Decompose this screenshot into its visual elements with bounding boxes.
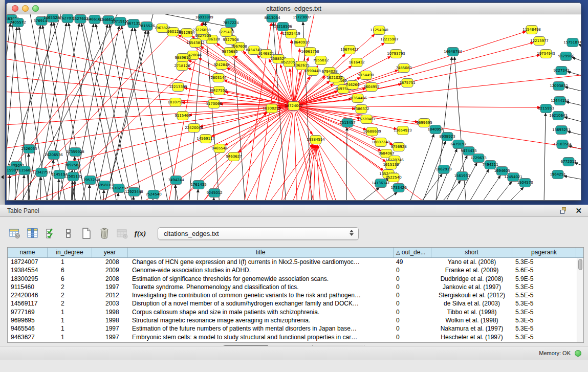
table-cell[interactable]: Nakamura et al. (1997) bbox=[431, 324, 512, 333]
table-mode-button[interactable] bbox=[61, 226, 76, 241]
table-cell[interactable]: 49 bbox=[394, 258, 431, 266]
graph-node[interactable]: 1761435 bbox=[190, 181, 206, 189]
table-cell[interactable]: 0 bbox=[394, 266, 431, 274]
table-cell[interactable]: 9465546 bbox=[8, 324, 48, 333]
graph-node[interactable]: 9115460 bbox=[175, 112, 190, 120]
graph-node[interactable]: 1990448 bbox=[304, 67, 320, 76]
table-row[interactable]: 2242004622012Investigating the contribut… bbox=[8, 291, 577, 299]
column-header-in_degree[interactable]: in_degree bbox=[48, 248, 92, 257]
graph-node[interactable]: 8938923 bbox=[439, 133, 455, 141]
close-panel-icon[interactable]: ✕ bbox=[575, 206, 582, 216]
table-cell[interactable]: 0 bbox=[394, 283, 431, 291]
graph-node[interactable]: 1616432 bbox=[349, 58, 364, 67]
table-cell[interactable]: 2012 bbox=[92, 291, 128, 299]
graph-node[interactable]: 6772011 bbox=[560, 158, 576, 166]
graph-node[interactable]: 9889610 bbox=[175, 54, 190, 62]
table-cell[interactable]: Genome-wide association studies in ADHD. bbox=[128, 266, 394, 274]
table-cell[interactable]: 19384554 bbox=[8, 266, 48, 274]
graph-node[interactable]: 1275413 bbox=[218, 28, 234, 37]
graph-node[interactable]: 9875685 bbox=[222, 48, 237, 56]
table-cell[interactable]: 22420046 bbox=[8, 291, 48, 299]
table-cell[interactable]: 1997 bbox=[92, 283, 128, 291]
graph-node[interactable]: 1810755 bbox=[167, 98, 183, 107]
graph-node[interactable]: 9327508 bbox=[223, 36, 238, 45]
table-cell[interactable]: Franke et al. (2009) bbox=[431, 266, 512, 274]
graph-node[interactable]: 1621022 bbox=[326, 74, 342, 82]
graph-node[interactable]: 9242848 bbox=[213, 61, 229, 70]
function-builder-button[interactable]: f(x) bbox=[133, 226, 148, 241]
table-cell[interactable]: Corpus callosum shape and size in male p… bbox=[128, 308, 394, 316]
graph-node[interactable]: 9463627 bbox=[226, 152, 242, 161]
graph-node[interactable]: 2526055 bbox=[21, 145, 37, 154]
graph-node[interactable]: 746266 bbox=[346, 81, 360, 90]
table-cell[interactable]: 1997 bbox=[92, 324, 128, 333]
table-row[interactable]: 911546021997Tourette syndrome. Phenomeno… bbox=[8, 283, 577, 291]
table-cell[interactable]: 5.3E-5 bbox=[512, 299, 576, 308]
graph-node[interactable]: 7494211 bbox=[482, 161, 498, 169]
table-cell[interactable]: 14569117 bbox=[8, 299, 48, 308]
table-cell[interactable]: Tibbo et al. (1998) bbox=[431, 308, 512, 316]
column-header-name[interactable]: name bbox=[8, 248, 48, 257]
table-cell[interactable]: 1 bbox=[48, 308, 92, 316]
column-header-short[interactable]: short bbox=[431, 248, 512, 257]
graph-node[interactable]: 7955812 bbox=[313, 56, 329, 65]
show-columns-button[interactable] bbox=[25, 226, 40, 241]
graph-node[interactable]: 1504570 bbox=[517, 179, 533, 187]
column-header-year[interactable]: year bbox=[92, 248, 128, 257]
table-cell[interactable]: Disruption of a novel member of a sodium… bbox=[128, 299, 394, 308]
table-settings-button[interactable] bbox=[7, 226, 23, 241]
table-cell[interactable]: 0 bbox=[394, 275, 431, 283]
graph-node[interactable]: 1694605 bbox=[494, 167, 510, 176]
table-cell[interactable]: 2008 bbox=[92, 258, 128, 266]
table-cell[interactable]: de Silva et al. (2003) bbox=[431, 299, 512, 308]
table-cell[interactable]: 9699695 bbox=[8, 316, 48, 324]
table-cell[interactable]: Stergiakouli et al. (2012) bbox=[431, 291, 512, 299]
table-cell[interactable]: 1 bbox=[48, 333, 92, 341]
graph-node[interactable]: 9245012 bbox=[206, 189, 222, 198]
table-cell[interactable]: 5.3E-5 bbox=[512, 324, 576, 333]
graph-node[interactable]: 9154490 bbox=[358, 71, 374, 80]
table-cell[interactable]: 5.3E-5 bbox=[512, 258, 576, 266]
graph-node[interactable]: 1964251 bbox=[550, 170, 565, 179]
table-cell[interactable]: Changes of HCN gene expression and I(f) … bbox=[128, 258, 394, 266]
table-cell[interactable]: 5.9E-5 bbox=[512, 275, 576, 283]
table-cell[interactable]: 2 bbox=[48, 283, 92, 291]
table-cell[interactable]: Structural magnetic resonance image aver… bbox=[128, 316, 394, 324]
graph-node[interactable]: 7485083 bbox=[396, 64, 411, 73]
graph-node[interactable]: 7524540 bbox=[145, 190, 161, 199]
table-cell[interactable]: 2 bbox=[48, 299, 92, 308]
table-cell[interactable]: Jankovic et al. (1997) bbox=[431, 283, 512, 291]
panel-collapse-strip[interactable] bbox=[0, 0, 5, 205]
table-cell[interactable]: Estimation of significance thresholds fo… bbox=[128, 275, 394, 283]
float-panel-icon[interactable] bbox=[560, 207, 568, 214]
table-row[interactable]: 946554611997Estimation of the future num… bbox=[8, 324, 577, 333]
graph-node[interactable]: 7386372 bbox=[353, 105, 369, 114]
table-cell[interactable]: 9463627 bbox=[8, 333, 48, 341]
table-row[interactable]: 1938455462009Genome-wide association stu… bbox=[8, 266, 577, 274]
column-header-pagerank[interactable]: pagerank bbox=[512, 248, 576, 257]
table-cell[interactable]: Estimation of the future numbers of pati… bbox=[128, 324, 394, 333]
table-cell[interactable]: 2 bbox=[48, 291, 92, 299]
table-vertical-scrollbar[interactable] bbox=[577, 258, 583, 342]
graph-node[interactable]: 9097588 bbox=[64, 161, 80, 170]
table-cell[interactable]: 5.3E-5 bbox=[512, 308, 576, 316]
table-row[interactable]: 977716911998Corpus callosum shape and si… bbox=[8, 308, 577, 316]
graph-node[interactable]: 8454749 bbox=[246, 46, 262, 55]
table-cell[interactable]: 0 bbox=[394, 333, 431, 341]
graph-node[interactable]: 1527602 bbox=[72, 15, 88, 24]
table-cell[interactable]: Investigating the contribution of common… bbox=[128, 291, 394, 299]
table-cell[interactable]: Hescheler et al. (1997) bbox=[431, 333, 512, 341]
table-cell[interactable]: 18300295 bbox=[8, 275, 48, 283]
collapse-left-icon[interactable] bbox=[1, 175, 4, 179]
table-cell[interactable]: Yano et al. (2008) bbox=[431, 258, 512, 266]
table-cell[interactable]: 5.3E-5 bbox=[512, 333, 576, 341]
graph-node[interactable]: 1862919 bbox=[435, 165, 451, 174]
column-header-out_de[interactable]: △out_de... bbox=[394, 248, 431, 257]
graph-node[interactable]: 1115688 bbox=[16, 166, 32, 175]
network-graph-canvas[interactable]: 1872400718300295123254191864091016961758… bbox=[7, 14, 581, 200]
graph-node[interactable]: 1875751 bbox=[399, 79, 415, 87]
table-cell[interactable]: 9115460 bbox=[8, 283, 48, 291]
table-cell[interactable]: 1998 bbox=[92, 316, 128, 324]
table-cell[interactable]: 1998 bbox=[92, 308, 128, 316]
table-cell[interactable]: 5.3E-5 bbox=[512, 283, 576, 291]
